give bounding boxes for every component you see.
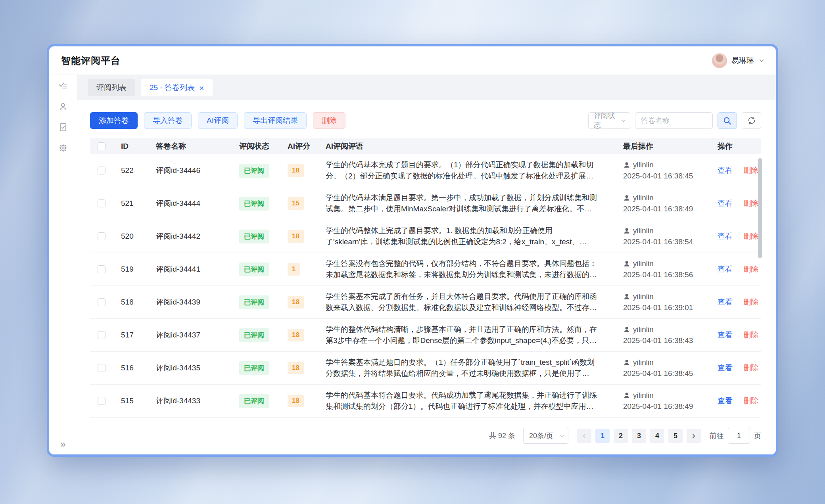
status-badge: 已评阅 — [239, 328, 269, 342]
review-status-select[interactable]: 评阅状态 — [588, 112, 630, 129]
row-id: 520 — [121, 232, 134, 240]
answer-sheet-name: 评阅id-34435 — [156, 364, 200, 372]
row-id: 518 — [121, 298, 134, 306]
operator-name: yilinlin — [633, 161, 654, 169]
ai-comment: 学生的代码基本符合题目要求。代码成功加载了鸢尾花数据集，并正确进行了训练集和测试… — [326, 390, 597, 412]
close-icon[interactable]: × — [199, 84, 204, 92]
operator-name: yilinlin — [633, 226, 654, 235]
page-button-3[interactable]: 3 — [632, 429, 646, 443]
refresh-button[interactable] — [742, 112, 761, 129]
view-link[interactable]: 查看 — [718, 364, 733, 372]
column-header-id: ID — [113, 142, 148, 151]
answer-sheet-name: 评阅id-34437 — [156, 331, 200, 339]
operator-name: yilinlin — [633, 325, 654, 334]
person-icon — [623, 293, 630, 300]
column-header-action: 操作 — [710, 141, 761, 151]
answer-sheet-name: 评阅id-34444 — [156, 199, 200, 207]
goto-page-input[interactable] — [728, 428, 750, 444]
column-header-last-op: 最后操作 — [615, 141, 710, 151]
view-link[interactable]: 查看 — [718, 232, 733, 240]
add-answer-sheet-button[interactable]: 添加答卷 — [90, 112, 138, 129]
table-row: 522 评阅id-34446 已评阅 18 学生的代码基本完成了题目的要求。（1… — [90, 154, 761, 187]
sidebar-item-settings[interactable] — [49, 138, 77, 158]
view-link[interactable]: 查看 — [718, 331, 733, 339]
next-page-button[interactable]: › — [687, 429, 701, 443]
delete-link[interactable]: 删除 — [743, 265, 758, 273]
view-link[interactable]: 查看 — [718, 166, 733, 174]
row-checkbox[interactable] — [98, 167, 106, 174]
row-checkbox[interactable] — [98, 364, 106, 372]
search-icon — [723, 116, 732, 125]
row-checkbox[interactable] — [98, 265, 106, 273]
page-size-select[interactable]: 20条/页 — [523, 428, 568, 444]
row-checkbox[interactable] — [98, 298, 106, 306]
row-id: 521 — [121, 199, 134, 207]
row-id: 517 — [121, 331, 134, 339]
view-link[interactable]: 查看 — [718, 298, 733, 306]
page-button-1[interactable]: 1 — [595, 429, 610, 443]
delete-link[interactable]: 删除 — [743, 298, 758, 306]
sidebar-item-users[interactable] — [49, 96, 77, 117]
export-results-button[interactable]: 导出评阅结果 — [244, 112, 307, 129]
page-button-2[interactable]: 2 — [614, 429, 628, 443]
operator-name: yilinlin — [633, 391, 654, 400]
score-badge: 1 — [288, 263, 300, 276]
row-checkbox[interactable] — [98, 199, 106, 207]
avatar[interactable] — [712, 53, 727, 68]
prev-page-button[interactable]: ‹ — [577, 429, 591, 443]
row-checkbox[interactable] — [98, 232, 106, 240]
import-answer-sheet-button[interactable]: 导入答卷 — [144, 112, 192, 129]
score-badge: 18 — [288, 164, 304, 177]
user-name: 易琳琳 — [731, 56, 754, 66]
delete-link[interactable]: 删除 — [743, 232, 758, 240]
operation-time: 2025-04-01 16:38:56 — [623, 270, 710, 279]
ai-comment: 学生答案基本完成了所有任务，并且大体符合题目要求。代码使用了正确的库和函数来载入… — [326, 291, 597, 313]
pagination: 共 92 条 20条/页 ‹ 12345 › 前往 页 — [90, 428, 761, 444]
select-placeholder: 评阅状态 — [594, 111, 621, 130]
user-menu[interactable]: 易琳琳 — [712, 53, 765, 68]
sidebar-item-papers[interactable] — [49, 117, 77, 138]
score-badge: 15 — [288, 197, 304, 210]
sidebar-item-review-list[interactable] — [49, 76, 77, 96]
delete-link[interactable]: 删除 — [743, 166, 758, 174]
sidebar: » — [49, 75, 77, 454]
person-icon — [623, 359, 630, 366]
total-count: 共 92 条 — [489, 431, 515, 441]
page-button-4[interactable]: 4 — [650, 429, 664, 443]
delete-link[interactable]: 删除 — [743, 364, 758, 372]
row-checkbox[interactable] — [98, 397, 106, 405]
search-button[interactable] — [718, 112, 737, 129]
page-title: 智能评阅平台 — [61, 54, 121, 67]
row-checkbox[interactable] — [98, 331, 106, 339]
delete-link[interactable]: 删除 — [743, 331, 758, 339]
answer-sheet-name-input[interactable] — [635, 112, 713, 129]
sidebar-collapse-button[interactable]: » — [49, 439, 77, 450]
user-icon — [58, 102, 68, 111]
delete-button[interactable]: 删除 — [313, 112, 345, 129]
table-row: 521 评阅id-34444 已评阅 15 学生的代码基本满足题目要求。第一步中… — [90, 187, 761, 220]
ai-comment: 学生答案基本满足题目的要求。（1）任务部分正确使用了`train_test_sp… — [326, 357, 597, 379]
page-button-5[interactable]: 5 — [668, 429, 683, 443]
app-window: 智能评阅平台 易琳琳 — [47, 44, 778, 457]
select-all-checkbox[interactable] — [98, 142, 106, 150]
delete-link[interactable]: 删除 — [743, 199, 758, 207]
page-size-value: 20条/页 — [529, 431, 553, 441]
tab-answer-sheet-list[interactable]: 25 - 答卷列表 × — [141, 79, 213, 96]
delete-link[interactable]: 删除 — [743, 397, 758, 405]
operator-name: yilinlin — [633, 259, 654, 268]
page-number-list: 12345 — [595, 429, 683, 443]
operator-name: yilinlin — [633, 292, 654, 301]
view-link[interactable]: 查看 — [718, 265, 733, 273]
view-link[interactable]: 查看 — [718, 199, 733, 207]
answer-sheet-name: 评阅id-34446 — [156, 166, 200, 174]
view-link[interactable]: 查看 — [718, 397, 733, 405]
vertical-scrollbar[interactable] — [758, 158, 762, 258]
tab-review-list[interactable]: 评阅列表 — [88, 79, 135, 96]
ai-review-button[interactable]: AI评阅 — [198, 112, 238, 129]
person-icon — [623, 326, 630, 333]
chevron-down-icon — [621, 118, 626, 124]
app-header: 智能评阅平台 易琳琳 — [49, 46, 776, 75]
tab-bar: 评阅列表 25 - 答卷列表 × — [77, 75, 776, 100]
operation-time: 2025-04-01 16:38:49 — [623, 205, 710, 213]
operation-time: 2025-04-01 16:38:45 — [623, 369, 710, 378]
